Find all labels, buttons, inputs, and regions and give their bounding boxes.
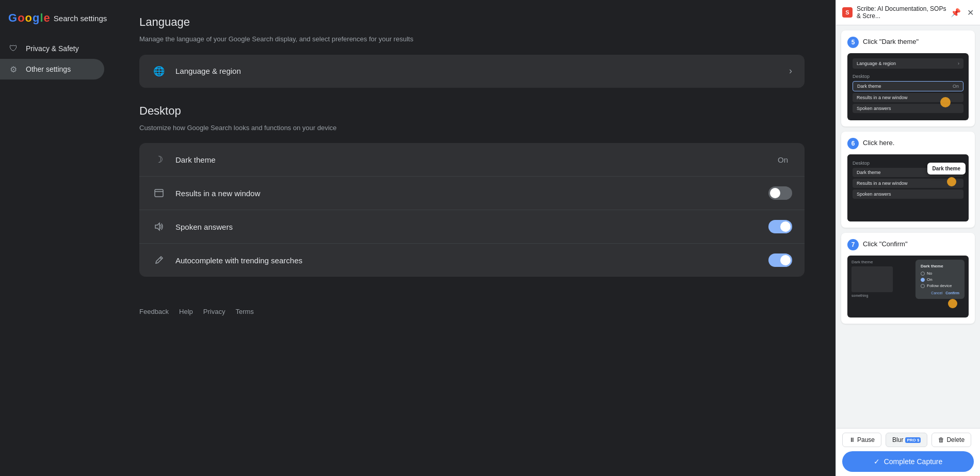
scribe-header: S Scribe: AI Documentation, SOPs & Scre.…: [836, 0, 980, 25]
pause-icon: ⏸: [849, 436, 855, 443]
left-panel: Google Search settings 🛡 Privacy & Safet…: [0, 0, 836, 476]
scribe-logo: S: [842, 7, 853, 18]
step-7-header: 7 Click "Confirm": [847, 239, 969, 250]
step-7-cursor: [948, 299, 957, 308]
pro-badge: PRO $: [905, 437, 921, 443]
spoken-answers-toggle[interactable]: [768, 220, 792, 233]
language-section: Language Manage the language of your Goo…: [139, 15, 805, 88]
step-6-popup: Dark theme: [927, 163, 966, 174]
results-window-toggle[interactable]: [768, 186, 792, 200]
step-5-number: 5: [847, 37, 859, 48]
results-window-label: Results in a new window: [175, 189, 768, 198]
check-icon: ✓: [874, 457, 880, 466]
results-window-item[interactable]: Results in a new window: [139, 177, 805, 210]
close-icon[interactable]: ✕: [967, 8, 974, 18]
window-icon: [152, 186, 166, 200]
delete-button[interactable]: 🗑 Delete: [931, 433, 971, 447]
step-5-header: 5 Click "Dark theme": [847, 37, 969, 48]
feedback-link[interactable]: Feedback: [139, 308, 169, 315]
step-6-number: 6: [847, 138, 859, 149]
spoken-answers-thumb: [780, 221, 791, 232]
autocomplete-item[interactable]: Autocomplete with trending searches: [139, 244, 805, 277]
settings-icon: ⚙: [8, 64, 19, 74]
pause-button[interactable]: ⏸ Pause: [842, 433, 881, 447]
svg-line-3: [160, 258, 162, 259]
sidebar-item-other-label: Other settings: [26, 65, 71, 73]
step-5-label: Click "Dark theme": [863, 37, 919, 45]
language-card: 🌐 Language & region ›: [139, 55, 805, 88]
app-title: Search settings: [54, 14, 107, 23]
logo-g: G: [8, 11, 17, 25]
scribe-title-text: Scribe: AI Documentation, SOPs & Scre...: [857, 5, 946, 20]
volume-icon: [152, 219, 166, 234]
language-title: Language: [139, 15, 805, 29]
shield-icon: 🛡: [8, 43, 19, 54]
privacy-link[interactable]: Privacy: [203, 308, 226, 315]
autocomplete-toggle[interactable]: [768, 253, 792, 267]
desktop-section: Desktop Customize how Google Search look…: [139, 104, 805, 277]
autocomplete-label: Autocomplete with trending searches: [175, 256, 768, 265]
delete-label: Delete: [946, 436, 965, 443]
pin-icon[interactable]: 📌: [951, 8, 961, 18]
step-7-image: Dark theme something Dark theme No On: [847, 256, 969, 318]
sidebar-item-other[interactable]: ⚙ Other settings: [0, 59, 104, 80]
desktop-card: ☽ Dark theme On Results in a new window: [139, 143, 805, 277]
globe-icon: 🌐: [152, 64, 166, 78]
svg-marker-2: [155, 223, 159, 230]
scribe-footer: ⏸ Pause Blur PRO $ 🗑 Delete ✓ Complete C…: [836, 428, 980, 476]
results-window-thumb: [770, 188, 780, 198]
step-6-block: 6 Click here. Desktop Dark theme Results…: [841, 132, 975, 228]
pen-icon: [152, 253, 166, 267]
arrow-right-icon: ›: [789, 66, 792, 76]
complete-label: Complete Capture: [884, 457, 943, 466]
desktop-desc: Customize how Google Search looks and fu…: [139, 123, 805, 133]
footer: Feedback Help Privacy Terms: [139, 308, 805, 315]
step-6-cursor: [947, 177, 956, 186]
dark-theme-label: Dark theme: [175, 155, 778, 164]
scribe-footer-buttons: ⏸ Pause Blur PRO $ 🗑 Delete: [842, 433, 974, 447]
sidebar: Google Search settings 🛡 Privacy & Safet…: [0, 0, 108, 476]
step-5-cursor: [940, 97, 951, 107]
terms-link[interactable]: Terms: [235, 308, 253, 315]
pause-label: Pause: [857, 436, 875, 443]
step-7-number: 7: [847, 239, 859, 250]
sidebar-header: Google Search settings: [0, 5, 108, 33]
language-region-item[interactable]: 🌐 Language & region ›: [139, 55, 805, 88]
scribe-logo-letter: S: [845, 9, 849, 15]
step-5-block: 5 Click "Dark theme" Language & region› …: [841, 30, 975, 126]
step-6-image: Desktop Dark theme Results in a new wind…: [847, 154, 969, 221]
complete-capture-button[interactable]: ✓ Complete Capture: [842, 451, 974, 472]
main-area: Language Manage the language of your Goo…: [108, 0, 836, 476]
logo-e: e: [44, 11, 50, 25]
moon-icon: ☽: [152, 152, 166, 167]
language-desc: Manage the language of your Google Searc…: [139, 34, 805, 44]
trash-icon: 🗑: [938, 436, 944, 443]
sidebar-nav: 🛡 Privacy & Safety ⚙ Other settings: [0, 38, 108, 80]
logo-l: l: [40, 11, 42, 25]
step-7-popup: Dark theme No On Follow device Cance: [915, 260, 965, 299]
step-7-block: 7 Click "Confirm" Dark theme something D…: [841, 233, 975, 324]
blur-label: Blur: [892, 436, 903, 443]
step-6-label: Click here.: [863, 138, 894, 147]
logo-g2: g: [33, 11, 39, 25]
logo-o1: o: [18, 11, 24, 25]
step-6-header: 6 Click here.: [847, 138, 969, 149]
svg-rect-0: [155, 189, 163, 197]
desktop-title: Desktop: [139, 104, 805, 118]
sidebar-item-privacy-label: Privacy & Safety: [26, 44, 79, 53]
scribe-body: 5 Click "Dark theme" Language & region› …: [836, 25, 980, 428]
help-link[interactable]: Help: [179, 308, 193, 315]
sidebar-item-privacy[interactable]: 🛡 Privacy & Safety: [0, 38, 104, 59]
scribe-panel: S Scribe: AI Documentation, SOPs & Scre.…: [836, 0, 980, 476]
spoken-answers-item[interactable]: Spoken answers: [139, 210, 805, 244]
spoken-answers-label: Spoken answers: [175, 223, 768, 231]
blur-button[interactable]: Blur PRO $: [886, 433, 927, 447]
google-logo: Google: [8, 11, 50, 25]
dark-theme-value: On: [778, 155, 788, 164]
step-5-image: Language & region› Desktop Dark themeOn …: [847, 53, 969, 120]
logo-o2: o: [25, 11, 31, 25]
dark-theme-item[interactable]: ☽ Dark theme On: [139, 143, 805, 177]
language-region-label: Language & region: [175, 67, 789, 75]
autocomplete-thumb: [780, 255, 791, 265]
step-7-label: Click "Confirm": [863, 239, 908, 248]
